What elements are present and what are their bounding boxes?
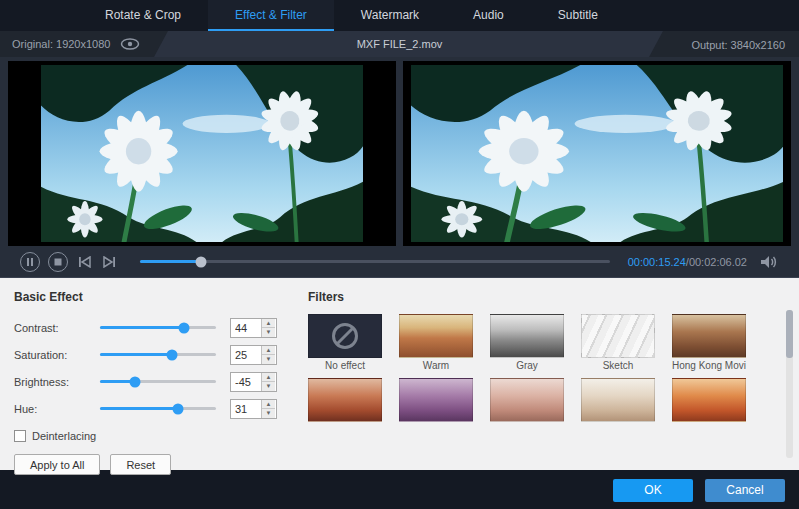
filter-warm-thumbnail [399,314,473,358]
output-resolution-label: Output: 3840x2160 [691,39,785,51]
deinterlacing-row: Deinterlacing [14,430,300,442]
footer-bar: OK Cancel [0,470,799,509]
preview-toggle-eye-icon[interactable] [120,37,140,51]
original-preview [8,61,396,246]
saturation-row: Saturation: ▲▼ [14,341,300,368]
stop-button[interactable] [48,252,68,272]
filter-thumbnail[interactable] [399,378,473,422]
preview-stage: 00:00:15.24/00:02:06.02 [0,57,799,277]
filters-scrollbar-thumb[interactable] [786,310,793,358]
contrast-label: Contrast: [14,322,100,334]
reset-button[interactable]: Reset [110,454,171,475]
pause-button[interactable] [20,252,40,272]
filter-no-effect-thumbnail [308,314,382,358]
filters-title: Filters [308,290,799,304]
brightness-slider-handle[interactable] [129,376,140,387]
tab-bar: Rotate & Crop Effect & Filter Watermark … [0,0,799,31]
saturation-value-input[interactable] [231,346,261,364]
brightness-spinner-up-button[interactable]: ▲ [262,373,275,383]
tab-effect-filter[interactable]: Effect & Filter [208,0,334,31]
filter-warm[interactable]: Warm [399,314,473,376]
hue-label: Hue: [14,403,100,415]
contrast-slider[interactable] [100,326,216,329]
tab-watermark[interactable]: Watermark [334,0,446,31]
hue-slider-handle[interactable] [172,403,183,414]
brightness-slider[interactable] [100,380,216,383]
deinterlacing-checkbox[interactable] [14,430,26,442]
saturation-label: Saturation: [14,349,100,361]
current-time: 00:00:15.24 [628,256,686,268]
filters-section: Filters No effect Warm Gray Sketch Hong … [300,278,799,470]
deinterlacing-label: Deinterlacing [32,430,96,442]
saturation-spinner-down-button[interactable]: ▼ [262,355,275,364]
basic-effect-section: Basic Effect Contrast: ▲▼ Saturation: ▲▼ [0,278,300,470]
filter-thumbnail-image [672,378,746,422]
brightness-value-input[interactable] [231,373,261,391]
hue-spinner-down-button[interactable]: ▼ [262,409,275,418]
original-resolution-label: Original: 1920x1080 [12,38,110,50]
filter-sketch[interactable]: Sketch [581,314,655,376]
brightness-label: Brightness: [14,376,100,388]
transport-bar: 00:00:15.24/00:02:06.02 [8,246,791,277]
contrast-row: Contrast: ▲▼ [14,314,300,341]
saturation-spinner: ▲▼ [230,345,277,365]
output-preview-image [411,65,783,243]
hue-slider-fill [100,407,178,410]
cancel-button[interactable]: Cancel [705,479,785,502]
brightness-spinner-down-button[interactable]: ▼ [262,382,275,391]
filter-thumbnail[interactable] [490,378,564,422]
hue-value-input[interactable] [231,400,261,418]
filter-thumbnail-image [399,378,473,422]
filter-thumbnail[interactable] [581,378,655,422]
brightness-spinner: ▲▼ [230,372,277,392]
contrast-spinner: ▲▼ [230,318,277,338]
contrast-spinner-down-button[interactable]: ▼ [262,328,275,337]
hue-slider[interactable] [100,407,216,410]
next-frame-button[interactable] [100,254,118,270]
saturation-spinner-up-button[interactable]: ▲ [262,346,275,356]
original-preview-image [41,65,363,243]
filter-gray-thumbnail [490,314,564,358]
contrast-slider-fill [100,326,184,329]
filter-gray[interactable]: Gray [490,314,564,376]
contrast-spinner-up-button[interactable]: ▲ [262,319,275,329]
prohibition-icon [332,323,358,349]
filter-thumbnail-image [308,378,382,422]
contrast-slider-handle[interactable] [178,322,189,333]
filter-hong-kong-movie-thumbnail [672,314,746,358]
filter-thumbnail[interactable] [672,378,746,422]
time-display: 00:00:15.24/00:02:06.02 [628,256,747,268]
filter-hong-kong-movie[interactable]: Hong Kong Movie [672,314,746,376]
apply-to-all-button[interactable]: Apply to All [14,454,100,475]
effect-panel: Basic Effect Contrast: ▲▼ Saturation: ▲▼ [0,277,799,470]
filter-thumbnail-image [490,378,564,422]
previous-frame-button[interactable] [76,254,94,270]
progress-handle[interactable] [196,256,207,267]
tab-rotate-crop[interactable]: Rotate & Crop [78,0,208,31]
tab-audio[interactable]: Audio [446,0,531,31]
progress-fill [140,260,201,263]
progress-slider[interactable] [140,260,610,263]
saturation-slider[interactable] [100,353,216,356]
hue-row: Hue: ▲▼ [14,395,300,422]
brightness-row: Brightness: ▲▼ [14,368,300,395]
filter-thumbnail-image [581,378,655,422]
preview-header: MXF FILE_2.mov Original: 1920x1080 Outpu… [0,31,799,57]
filter-no-effect[interactable]: No effect [308,314,382,376]
hue-spinner: ▲▼ [230,399,277,419]
output-preview [403,61,791,246]
hue-spinner-up-button[interactable]: ▲ [262,400,275,410]
filter-sketch-thumbnail [581,314,655,358]
filters-scrollbar[interactable] [786,310,793,458]
tab-subtitle[interactable]: Subtitle [531,0,625,31]
saturation-slider-fill [100,353,172,356]
filter-thumbnail[interactable] [308,378,382,422]
contrast-value-input[interactable] [231,319,261,337]
ok-button[interactable]: OK [613,479,693,502]
saturation-slider-handle[interactable] [166,349,177,360]
volume-icon[interactable] [759,254,779,270]
basic-effect-title: Basic Effect [14,290,300,304]
total-time: 00:02:06.02 [689,256,747,268]
